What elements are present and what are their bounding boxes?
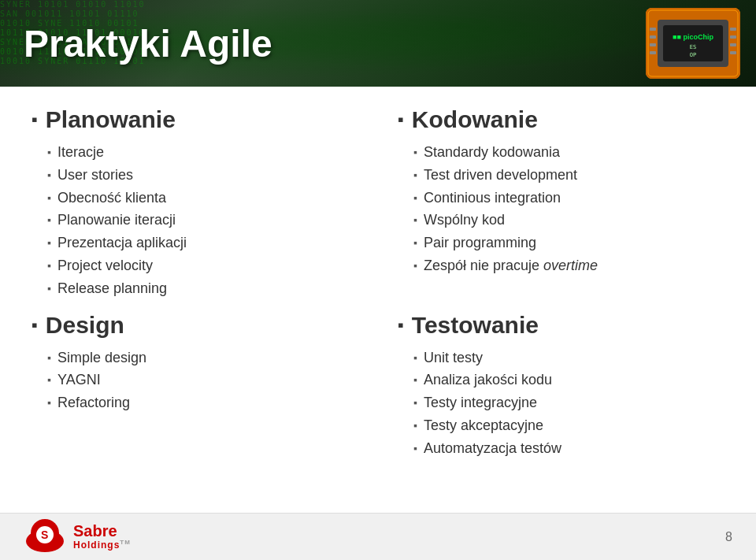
page-title: Praktyki Agile (24, 22, 272, 65)
section-design: Design Simple design YAGNI Refactoring (32, 312, 358, 497)
list-item: Testy akceptacyjne (413, 414, 724, 437)
svg-text:■■ picoChip: ■■ picoChip (673, 33, 713, 41)
section-kodowanie: Kodowanie Standardy kodowania Test drive… (398, 106, 724, 300)
list-item: Release planning (47, 277, 358, 300)
list-item: Obecność klienta (47, 187, 358, 210)
section-testowanie: Testowanie Unit testy Analiza jakości ko… (398, 312, 724, 497)
list-item: Analiza jakości kodu (413, 369, 724, 391)
svg-text:ES: ES (690, 44, 696, 50)
kodowanie-title-text: Kodowanie (412, 106, 538, 133)
design-title-text: Design (46, 312, 124, 339)
svg-rect-11 (730, 28, 736, 31)
chip-svg: ■■ picoChip ES OP (646, 8, 740, 79)
list-item: Standardy kodowania (413, 141, 724, 164)
content-area: Planowanie Iteracje User stories Obecnoś… (0, 87, 756, 513)
testowanie-title-text: Testowanie (412, 312, 539, 339)
section-title-testowanie: Testowanie (398, 312, 724, 339)
svg-rect-14 (730, 51, 736, 54)
sabre-text: Sabre HoldingsTM (73, 523, 131, 551)
list-item: Refactoring (47, 391, 358, 414)
planowanie-title-text: Planowanie (46, 106, 176, 133)
list-item: Continious integration (413, 187, 724, 210)
list-item: Prezentacja aplikacji (47, 232, 358, 254)
list-item: Pair programming (413, 232, 724, 254)
list-item: Planowanie iteracji (47, 209, 358, 232)
section-title-design: Design (32, 312, 358, 339)
svg-rect-10 (650, 51, 656, 54)
sabre-brand-name: Sabre (73, 523, 131, 539)
list-item: Iteracje (47, 141, 358, 164)
svg-rect-8 (650, 35, 656, 39)
list-item: Zespół nie pracuje overtime (413, 254, 724, 277)
list-item: Unit testy (413, 347, 724, 369)
list-item: YAGNI (47, 369, 358, 391)
section-title-kodowanie: Kodowanie (398, 106, 724, 133)
kodowanie-list: Standardy kodowania Test driven developm… (398, 141, 724, 277)
svg-text:OP: OP (690, 52, 696, 58)
list-item: Simple design (47, 347, 358, 369)
svg-rect-12 (730, 35, 736, 39)
svg-text:S: S (41, 528, 48, 541)
footer: S Sabre HoldingsTM 8 (0, 513, 756, 560)
list-item: Project velocity (47, 254, 358, 277)
svg-rect-9 (650, 43, 656, 46)
list-item: Testy integracyjne (413, 391, 724, 414)
list-item: Wspólny kod (413, 209, 724, 232)
svg-rect-13 (730, 43, 736, 46)
list-item: Test driven development (413, 164, 724, 187)
design-list: Simple design YAGNI Refactoring (32, 347, 358, 414)
header: SYNER 10101 01010 11010 SAN 001011 10101… (0, 0, 756, 87)
sabre-brand-sub: HoldingsTM (73, 539, 131, 551)
section-planowanie: Planowanie Iteracje User stories Obecnoś… (32, 106, 358, 300)
testowanie-list: Unit testy Analiza jakości kodu Testy in… (398, 347, 724, 460)
section-title-planowanie: Planowanie (32, 106, 358, 133)
sabre-logo: S Sabre HoldingsTM (24, 519, 131, 554)
chip-logo: ■■ picoChip ES OP (646, 8, 740, 79)
svg-rect-7 (650, 28, 656, 31)
sabre-logo-icon: S (24, 519, 67, 554)
list-item: User stories (47, 164, 358, 187)
list-item: Automatyzacja testów (413, 437, 724, 460)
planowanie-list: Iteracje User stories Obecność klienta P… (32, 141, 358, 300)
page-number: 8 (725, 530, 732, 544)
